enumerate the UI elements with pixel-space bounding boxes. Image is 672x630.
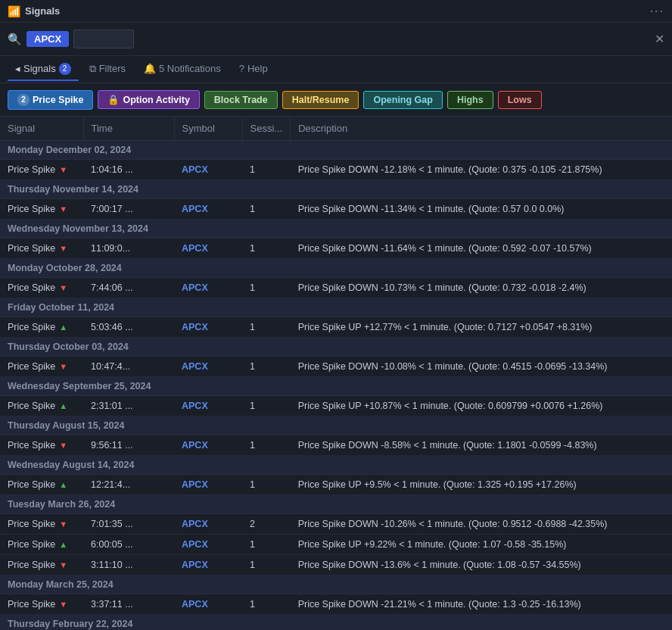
signal-cell: Price Spike ▼ — [0, 555, 83, 575]
symbol-cell[interactable]: APCX — [174, 396, 242, 416]
table-row[interactable]: Price Spike ▲ 6:00:05 ...APCX1Price Spik… — [0, 535, 672, 555]
time-cell: 12:21:4... — [83, 475, 174, 495]
direction-icon: ▲ — [59, 323, 67, 332]
symbol-cell[interactable]: APCX — [174, 514, 242, 535]
signal-label: Price Spike — [8, 599, 55, 610]
tab-block-trade[interactable]: Block Trade — [204, 91, 278, 109]
table-row[interactable]: Price Spike ▲ 12:21:4...APCX1Price Spike… — [0, 475, 672, 495]
search-icon[interactable]: 🔍 — [8, 33, 22, 46]
signal-label: Price Spike — [8, 479, 55, 490]
symbol-cell[interactable]: APCX — [174, 278, 242, 298]
time-cell: 3:37:11 ... — [83, 594, 174, 615]
table-row[interactable]: Price Spike ▼ 7:01:35 ...APCX2Price Spik… — [0, 514, 672, 535]
nav-item-signals[interactable]: ◂ Signals 2 — [8, 58, 79, 81]
signal-label: Price Spike — [8, 519, 55, 529]
ticker-badge[interactable]: APCX — [26, 31, 69, 47]
signal-label: Price Spike — [8, 361, 55, 372]
app-title: Signals — [25, 5, 60, 17]
nav-item-help[interactable]: ? Help — [232, 58, 275, 80]
table-row[interactable]: Price Spike ▼ 10:47:4...APCX1Price Spike… — [0, 357, 672, 377]
session-cell: 1 — [242, 317, 291, 338]
time-cell: 5:03:46 ... — [83, 317, 174, 338]
session-cell: 2 — [242, 514, 291, 535]
signal-label: Price Spike — [8, 164, 55, 175]
date-label: Monday March 25, 2024 — [0, 575, 672, 594]
symbol-cell[interactable]: APCX — [174, 239, 242, 259]
filter-icon: ⧉ — [89, 63, 96, 75]
date-label: Thursday October 03, 2024 — [0, 338, 672, 357]
date-separator-row: Thursday August 15, 2024 — [0, 416, 672, 435]
tab-price-spike-label: Price Spike — [33, 95, 83, 105]
symbol-cell[interactable]: APCX — [174, 475, 242, 495]
symbol-cell[interactable]: APCX — [174, 160, 242, 180]
table-row[interactable]: Price Spike ▼ 7:00:17 ...APCX1Price Spik… — [0, 199, 672, 220]
time-cell: 11:09:0... — [83, 239, 174, 259]
symbol-cell[interactable]: APCX — [174, 555, 242, 575]
search-bar: 🔍 APCX ✕ — [0, 23, 672, 56]
symbol-cell[interactable]: APCX — [174, 435, 242, 456]
direction-icon: ▼ — [59, 204, 67, 214]
signal-label: Price Spike — [8, 322, 55, 332]
signal-cell: Price Spike ▼ — [0, 199, 83, 220]
table-row[interactable]: Price Spike ▼ 9:56:11 ...APCX1Price Spik… — [0, 435, 672, 456]
symbol-cell[interactable]: APCX — [174, 357, 242, 377]
tab-option-activity-label: Option Activity — [123, 95, 189, 105]
table-row[interactable]: Price Spike ▼ 3:37:11 ...APCX1Price Spik… — [0, 594, 672, 615]
signal-cell: Price Spike ▲ — [0, 317, 83, 338]
col-session: Sessi... — [242, 117, 291, 141]
table-row[interactable]: Price Spike ▼ 3:11:10 ...APCX1Price Spik… — [0, 555, 672, 575]
description-cell: Price Spike DOWN -8.58% < 1 minute. (Quo… — [291, 435, 672, 456]
table-row[interactable]: Price Spike ▼ 7:44:06 ...APCX1Price Spik… — [0, 278, 672, 298]
symbol-cell[interactable]: APCX — [174, 535, 242, 555]
session-cell: 1 — [242, 199, 291, 220]
lock-icon: 🔒 — [107, 94, 120, 105]
date-label: Wednesday November 13, 2024 — [0, 220, 672, 239]
direction-icon: ▲ — [59, 401, 67, 410]
more-options-icon[interactable]: ··· — [650, 5, 664, 18]
tab-highs[interactable]: Highs — [447, 91, 493, 109]
tab-halt-resume-label: Halt/Resume — [292, 95, 350, 105]
time-cell: 9:56:11 ... — [83, 435, 174, 456]
symbol-cell[interactable]: APCX — [174, 199, 242, 220]
tab-price-spike[interactable]: 2 Price Spike — [8, 90, 93, 110]
description-cell: Price Spike DOWN -21.21% < 1 minute. (Qu… — [291, 594, 672, 615]
tab-highs-label: Highs — [457, 95, 484, 105]
direction-icon: ▼ — [59, 362, 67, 371]
symbol-cell[interactable]: APCX — [174, 594, 242, 615]
description-cell: Price Spike UP +9.5% < 1 minute. (Quote:… — [291, 475, 672, 495]
table-row[interactable]: Price Spike ▲ 2:31:01 ...APCX1Price Spik… — [0, 396, 672, 416]
symbol-cell[interactable]: APCX — [174, 317, 242, 338]
filter-tabs: 2 Price Spike 🔒 Option Activity Block Tr… — [0, 83, 672, 117]
table-header-row: Signal Time Symbol Sessi... Description — [0, 117, 672, 141]
time-cell: 6:00:05 ... — [83, 535, 174, 555]
tab-lows[interactable]: Lows — [498, 91, 542, 109]
date-label: Thursday August 15, 2024 — [0, 416, 672, 435]
col-description: Description — [291, 117, 672, 141]
date-label: Wednesday August 14, 2024 — [0, 456, 672, 475]
signal-cell: Price Spike ▼ — [0, 435, 83, 456]
time-cell: 7:44:06 ... — [83, 278, 174, 298]
signal-label: Price Spike — [8, 282, 55, 293]
search-input[interactable] — [73, 30, 134, 48]
tab-option-activity[interactable]: 🔒 Option Activity — [98, 90, 199, 109]
session-cell: 1 — [242, 357, 291, 377]
table-row[interactable]: Price Spike ▼ 1:04:16 ...APCX1Price Spik… — [0, 160, 672, 180]
tab-halt-resume[interactable]: Halt/Resume — [282, 91, 359, 109]
date-label: Thursday February 22, 2024 — [0, 615, 672, 631]
date-separator-row: Monday December 02, 2024 — [0, 141, 672, 160]
description-cell: Price Spike UP +10.87% < 1 minute. (Quot… — [291, 396, 672, 416]
session-cell: 1 — [242, 535, 291, 555]
date-separator-row: Friday October 11, 2024 — [0, 298, 672, 317]
tab-opening-gap[interactable]: Opening Gap — [363, 91, 442, 109]
nav-item-notifications[interactable]: 🔔 5 Notifications — [136, 58, 229, 80]
nav-bar: ◂ Signals 2 ⧉ Filters 🔔 5 Notifications … — [0, 56, 672, 83]
description-cell: Price Spike DOWN -12.18% < 1 minute. (Qu… — [291, 160, 672, 180]
date-label: Tuesday March 26, 2024 — [0, 495, 672, 514]
table-row[interactable]: Price Spike ▼ 11:09:0...APCX1Price Spike… — [0, 239, 672, 259]
description-cell: Price Spike UP +9.22% < 1 minute. (Quote… — [291, 535, 672, 555]
nav-item-filters[interactable]: ⧉ Filters — [82, 58, 133, 81]
nav-signals-badge: 2 — [59, 63, 71, 75]
table-row[interactable]: Price Spike ▲ 5:03:46 ...APCX1Price Spik… — [0, 317, 672, 338]
signal-cell: Price Spike ▲ — [0, 475, 83, 495]
close-icon[interactable]: ✕ — [655, 32, 664, 46]
